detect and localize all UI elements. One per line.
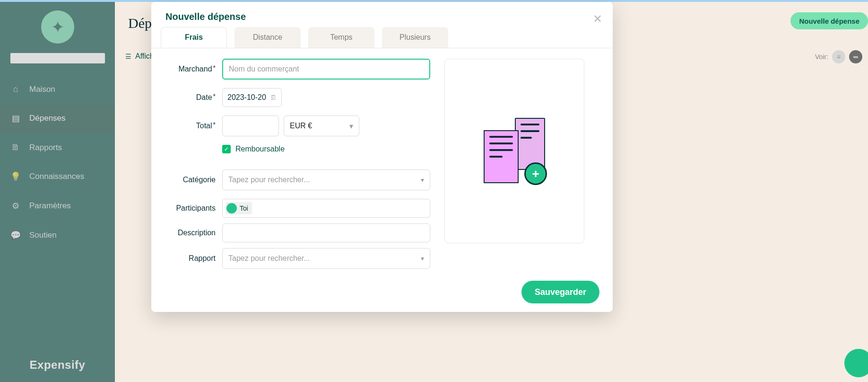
row-description: Description — [156, 223, 430, 242]
description-input[interactable] — [222, 223, 430, 242]
tab-label: Distance — [253, 33, 282, 42]
receipt-column: + — [444, 59, 599, 277]
save-button[interactable]: Sauvegarder — [521, 281, 599, 303]
check-icon: ✓ — [224, 146, 229, 152]
tab-label: Plusieurs — [399, 33, 431, 42]
date-label: Date — [156, 93, 222, 102]
reimbursable-checkbox[interactable]: ✓ — [222, 145, 231, 153]
modal-footer: Sauvegarder — [521, 281, 599, 303]
currency-value: EUR € — [290, 122, 312, 130]
receipt-back-icon — [515, 118, 545, 170]
total-label: Total — [156, 122, 222, 130]
modal-close-button[interactable]: ✕ — [593, 12, 602, 26]
receipt-front-icon — [484, 130, 519, 183]
tab-label: Temps — [330, 33, 352, 42]
date-input[interactable]: 2023-10-20 🗓 — [222, 88, 282, 107]
tab-temps[interactable]: Temps — [308, 27, 374, 48]
row-date: Date 2023-10-20 🗓 — [156, 88, 430, 107]
add-receipt-icon: + — [524, 162, 547, 185]
merchant-input[interactable] — [222, 59, 430, 80]
chevron-down-icon: ▾ — [421, 255, 424, 262]
description-label: Description — [156, 229, 222, 237]
avatar — [226, 203, 237, 213]
category-select[interactable]: Tapez pour rechercher... ▾ — [222, 169, 430, 190]
date-value: 2023-10-20 — [227, 93, 266, 102]
modal-title: Nouvelle dépense — [165, 11, 599, 22]
row-report: Rapport Tapez pour rechercher... ▾ — [156, 248, 430, 269]
row-participants: Participants Toi — [156, 199, 430, 218]
amount-wrap: EUR € ▾ — [222, 115, 359, 136]
row-category: Catégorie Tapez pour rechercher... ▾ — [156, 169, 430, 190]
modal-body: Marchand Date 2023-10-20 🗓 Total EUR € ▾ — [151, 48, 613, 277]
merchant-label: Marchand — [156, 65, 222, 73]
row-reimbursable[interactable]: ✓ Remboursable — [222, 145, 430, 153]
report-placeholder: Tapez pour rechercher... — [228, 254, 310, 263]
calendar-icon: 🗓 — [270, 94, 277, 101]
total-input[interactable] — [222, 115, 279, 136]
category-label: Catégorie — [156, 176, 222, 184]
close-icon: ✕ — [593, 12, 602, 25]
participants-label: Participants — [156, 204, 222, 213]
tab-plusieurs[interactable]: Plusieurs — [382, 27, 448, 48]
reimbursable-label: Remboursable — [235, 145, 285, 153]
tab-distance[interactable]: Distance — [234, 27, 301, 48]
save-label: Sauvegarder — [535, 287, 586, 297]
row-total: Total EUR € ▾ — [156, 115, 430, 136]
category-placeholder: Tapez pour rechercher... — [228, 176, 310, 184]
form-column: Marchand Date 2023-10-20 🗓 Total EUR € ▾ — [156, 59, 430, 277]
participant-chip[interactable]: Toi — [226, 202, 252, 214]
new-expense-modal: Nouvelle dépense ✕ Frais Distance Temps … — [151, 2, 613, 312]
tab-label: Frais — [185, 33, 203, 42]
chevron-down-icon: ▾ — [349, 122, 353, 131]
receipt-illustration: + — [484, 118, 545, 184]
participants-input[interactable]: Toi — [222, 199, 430, 218]
receipt-dropzone[interactable]: + — [444, 59, 584, 243]
tab-frais[interactable]: Frais — [161, 27, 227, 48]
modal-header: Nouvelle dépense — [151, 2, 613, 27]
report-select[interactable]: Tapez pour rechercher... ▾ — [222, 248, 430, 269]
row-merchant: Marchand — [156, 59, 430, 80]
modal-tabs: Frais Distance Temps Plusieurs — [151, 27, 613, 48]
report-label: Rapport — [156, 254, 222, 263]
currency-select[interactable]: EUR € ▾ — [284, 115, 359, 136]
participant-name: Toi — [240, 204, 248, 212]
chevron-down-icon: ▾ — [421, 176, 424, 184]
